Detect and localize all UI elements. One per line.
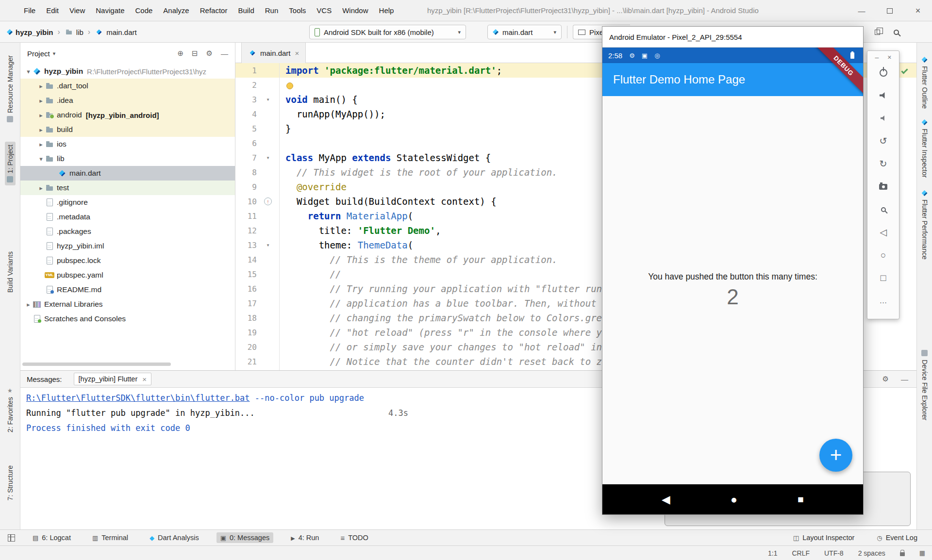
stripe-structure[interactable]: 7: Structure	[5, 462, 16, 503]
tree-item-packages[interactable]: .packages	[20, 224, 235, 239]
gear-icon[interactable]: ⚙	[206, 49, 213, 58]
stripe-project[interactable]: 1: Project	[5, 142, 16, 185]
emulator-minimize-icon[interactable]: –	[875, 53, 879, 61]
breadcrumb-lib[interactable]: lib	[65, 28, 83, 36]
override-marker-icon[interactable]: ↑	[264, 198, 272, 205]
gear-icon[interactable]: ⚙	[882, 375, 889, 383]
tree-item-hyzp-yibin[interactable]: ▾hyzp_yibinR:\FlutterProject\FlutterProj…	[20, 64, 235, 79]
stripe-flutter-inspector[interactable]: Flutter Inspector	[920, 117, 930, 180]
emulator-home-icon[interactable]: ○	[867, 244, 899, 266]
emulator-back-icon[interactable]: ◁	[867, 221, 899, 244]
expand-arrow-icon[interactable]: ▾	[37, 155, 45, 163]
screenshot-camera-icon[interactable]	[867, 175, 899, 198]
collapse-all-icon[interactable]: ⊟	[192, 49, 198, 58]
expand-arrow-icon[interactable]: ▸	[37, 126, 45, 133]
zoom-icon[interactable]	[867, 198, 899, 221]
expand-arrow-icon[interactable]: ▸	[37, 141, 45, 148]
fold-icon[interactable]: ▾	[266, 242, 269, 248]
tab-close-icon[interactable]: ×	[295, 49, 300, 57]
emulator-screen[interactable]: DEBUG 2:58 ⚙ ▣ ◎ Flutter Demo Home Page …	[602, 48, 863, 514]
breadcrumb-project[interactable]: hyzp_yibin	[7, 28, 53, 36]
tool-button-todo[interactable]: TODO	[336, 532, 372, 543]
tool-button-dart-analysis[interactable]: Dart Analysis	[146, 532, 203, 543]
tree-item-external-libraries[interactable]: ▸External Libraries	[20, 297, 235, 312]
search-icon[interactable]	[894, 30, 899, 35]
volume-up-icon[interactable]	[867, 84, 899, 107]
breadcrumb-file[interactable]: main.dart	[95, 28, 137, 36]
status-utf-8[interactable]: UTF-8	[824, 549, 844, 557]
stripe-build-variants[interactable]: Build Variants	[5, 248, 16, 296]
expand-arrow-icon[interactable]: ▸	[37, 97, 45, 104]
status-2-spaces[interactable]: 2 spaces	[858, 549, 885, 557]
maximize-icon[interactable]	[876, 0, 904, 21]
tool-button-0-messages[interactable]: 0: Messages	[216, 532, 274, 543]
editor-tab-main-dart[interactable]: main.dart ×	[241, 43, 306, 63]
restore-layout-icon[interactable]	[875, 30, 880, 35]
project-view-selector[interactable]: Project	[27, 49, 50, 58]
menu-vcs[interactable]: VCS	[311, 0, 337, 21]
fold-icon[interactable]: ▾	[266, 155, 269, 161]
ide-status-icon[interactable]: ▦	[919, 550, 925, 556]
recents-button[interactable]: ■	[798, 494, 804, 505]
menu-refactor[interactable]: Refactor	[195, 0, 233, 21]
back-button[interactable]: ◀	[662, 493, 670, 506]
tree-item-gitignore[interactable]: .gitignore	[20, 195, 235, 210]
fab-add-button[interactable]: +	[819, 439, 852, 472]
menu-build[interactable]: Build	[233, 0, 259, 21]
run-config-selector[interactable]: main.dart ▾	[487, 25, 562, 39]
tree-item-idea[interactable]: ▸.idea	[20, 93, 235, 108]
emulator-titlebar[interactable]: Android Emulator - Pixel_2_API_29:5554	[602, 27, 863, 48]
tab-close-icon[interactable]: ×	[142, 375, 147, 383]
rotate-left-icon[interactable]: ↺	[867, 130, 899, 152]
menu-code[interactable]: Code	[130, 0, 158, 21]
menu-help[interactable]: Help	[374, 0, 399, 21]
console-command-link[interactable]: R:\Flutter\FlutterSDK\flutter\bin\flutte…	[26, 393, 250, 403]
tree-item-main-dart[interactable]: main.dart	[20, 166, 235, 181]
menu-file[interactable]: File	[18, 0, 41, 21]
rotate-right-icon[interactable]: ↻	[867, 152, 899, 175]
tree-item-readme-md[interactable]: README.md	[20, 282, 235, 297]
messages-tab[interactable]: [hyzp_yibin] Flutter ×	[74, 373, 151, 385]
home-button[interactable]: ●	[731, 493, 737, 506]
menu-edit[interactable]: Edit	[41, 0, 64, 21]
menu-run[interactable]: Run	[260, 0, 284, 21]
tool-button-layout-inspector[interactable]: Layout Inspector	[789, 532, 859, 543]
emulator-overview-icon[interactable]: □	[867, 266, 899, 289]
tree-item-android[interactable]: ▸android[hyzp_yibin_android]	[20, 108, 235, 122]
tool-windows-toggle-icon[interactable]	[8, 534, 15, 542]
stripe-flutter-performance[interactable]: Flutter Performance	[920, 188, 930, 262]
tree-item-scratches-and-consoles[interactable]: Scratches and Consoles	[20, 312, 235, 326]
stripe-flutter-outline[interactable]: Flutter Outline	[920, 54, 930, 111]
emulator-close-icon[interactable]: ×	[887, 53, 891, 61]
volume-down-icon[interactable]	[867, 107, 899, 130]
tree-item-build[interactable]: ▸build	[20, 122, 235, 137]
tree-item-pubspec-lock[interactable]: pubspec.lock	[20, 253, 235, 268]
tree-item-metadata[interactable]: .metadata	[20, 210, 235, 224]
menu-tools[interactable]: Tools	[283, 0, 311, 21]
fold-icon[interactable]: ▾	[266, 97, 269, 102]
power-icon[interactable]	[867, 61, 899, 84]
tool-button-terminal[interactable]: Terminal	[88, 532, 132, 543]
status-1-1[interactable]: 1:1	[768, 549, 777, 557]
expand-arrow-icon[interactable]: ▸	[37, 82, 45, 90]
tree-item-dart-tool[interactable]: ▸.dart_tool	[20, 79, 235, 93]
expand-arrow-icon[interactable]: ▸	[24, 301, 33, 308]
stripe-device-file-explorer[interactable]: Device File Explorer	[920, 347, 930, 423]
stripe-favorites[interactable]: ★2: Favorites	[5, 384, 16, 435]
hide-panel-icon[interactable]: —	[221, 49, 228, 58]
more-options-icon[interactable]: …	[867, 289, 899, 312]
horizontal-scrollbar[interactable]	[22, 362, 171, 366]
tree-item-lib[interactable]: ▾lib	[20, 151, 235, 166]
menu-navigate[interactable]: Navigate	[90, 0, 130, 21]
locate-file-icon[interactable]: ⊕	[177, 49, 183, 58]
expand-arrow-icon[interactable]: ▸	[37, 112, 45, 119]
hide-panel-icon[interactable]: —	[901, 375, 908, 383]
tree-item-ios[interactable]: ▸ios	[20, 137, 235, 151]
tree-item-hyzp-yibin-iml[interactable]: hyzp_yibin.iml	[20, 239, 235, 253]
menu-window[interactable]: Window	[337, 0, 373, 21]
tool-button-event-log[interactable]: Event Log	[873, 532, 921, 543]
tool-button-6-logcat[interactable]: 6: Logcat	[29, 532, 75, 543]
menu-analyze[interactable]: Analyze	[158, 0, 194, 21]
tree-item-test[interactable]: ▸test	[20, 181, 235, 195]
status-crlf[interactable]: CRLF	[792, 549, 810, 557]
